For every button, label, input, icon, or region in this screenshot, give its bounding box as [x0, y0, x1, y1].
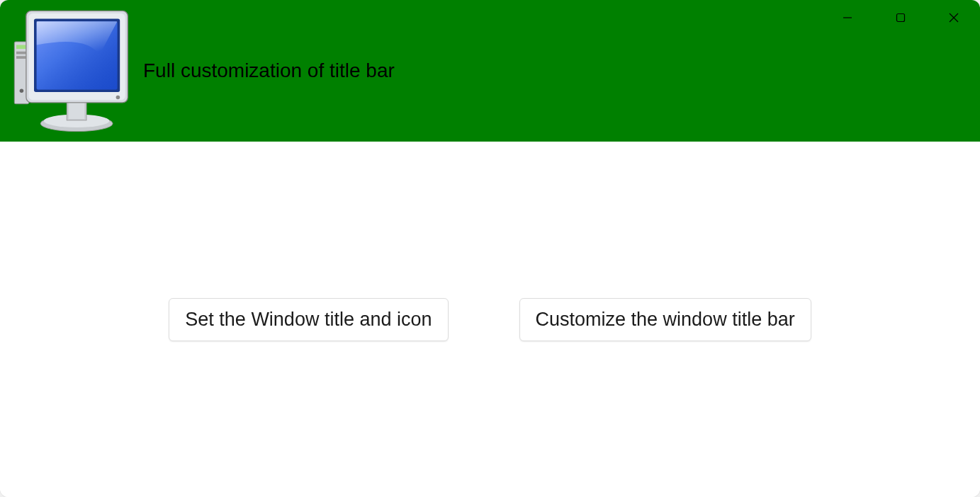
customize-titlebar-button[interactable]: Customize the window title bar — [519, 298, 811, 341]
close-button[interactable] — [927, 0, 980, 35]
maximize-icon — [896, 13, 906, 23]
svg-rect-1 — [16, 45, 27, 49]
svg-point-4 — [19, 88, 23, 93]
svg-rect-8 — [69, 101, 84, 119]
svg-rect-16 — [896, 14, 904, 22]
titlebar[interactable]: Full customization of title bar — [0, 0, 980, 142]
set-title-icon-button[interactable]: Set the Window title and icon — [169, 298, 448, 341]
minimize-icon — [843, 13, 852, 23]
window-title: Full customization of title bar — [143, 59, 395, 82]
svg-rect-2 — [16, 51, 27, 54]
computer-monitor-icon — [6, 2, 140, 140]
close-icon — [949, 13, 959, 23]
content-area: Set the Window title and icon Customize … — [0, 142, 980, 497]
window-controls — [821, 0, 980, 35]
svg-rect-3 — [16, 56, 27, 59]
minimize-button[interactable] — [821, 0, 874, 35]
app-window: Full customization of title bar — [0, 0, 980, 497]
svg-point-14 — [116, 95, 120, 99]
maximize-button[interactable] — [874, 0, 927, 35]
